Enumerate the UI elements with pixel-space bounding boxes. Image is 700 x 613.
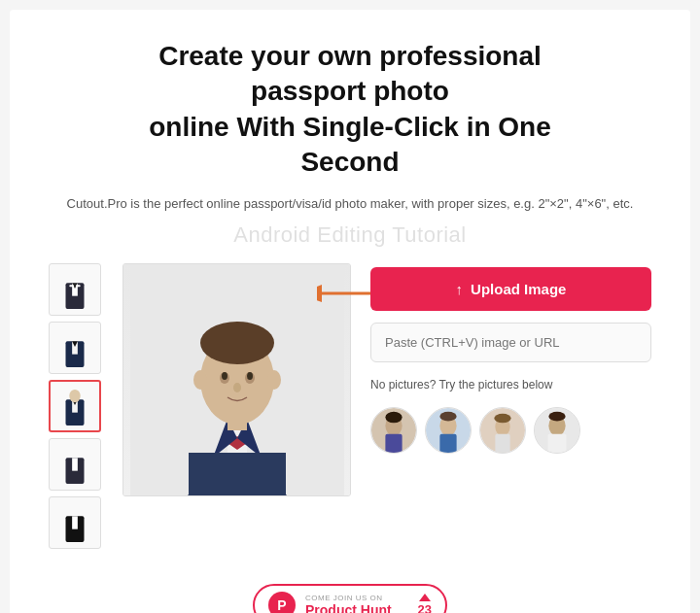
upload-button[interactable]: ↑ Upload Image xyxy=(370,267,651,311)
svg-rect-32 xyxy=(189,453,286,495)
svg-rect-15 xyxy=(72,516,78,528)
product-hunt-icon: P xyxy=(268,592,296,613)
sample-photos xyxy=(370,407,651,454)
upload-label: Upload Image xyxy=(471,281,566,297)
svg-rect-42 xyxy=(439,434,456,453)
watermark-text: Android Editing Tutorial xyxy=(49,222,651,248)
thumbnails-panel xyxy=(49,263,103,549)
controls-panel: ↑ Upload Image No pictures? Try the pict… xyxy=(370,263,651,454)
thumbnail-2[interactable] xyxy=(49,322,101,374)
arrow-indicator xyxy=(317,279,375,312)
thumbnail-1[interactable] xyxy=(49,263,101,316)
svg-point-37 xyxy=(385,412,402,424)
product-hunt-name: Product Hunt xyxy=(305,602,392,613)
svg-point-49 xyxy=(548,412,565,422)
svg-rect-46 xyxy=(495,434,509,453)
thumbnail-5[interactable] xyxy=(49,496,101,549)
upload-icon: ↑ xyxy=(456,281,464,297)
sample-photo-2[interactable] xyxy=(425,407,472,454)
main-section: ↑ Upload Image No pictures? Try the pict… xyxy=(49,263,651,549)
svg-point-28 xyxy=(247,372,253,380)
svg-point-30 xyxy=(193,370,207,390)
product-hunt-text: COME JOIN US ON Product Hunt xyxy=(305,594,392,613)
svg-point-11 xyxy=(69,390,80,402)
svg-point-41 xyxy=(439,412,456,422)
hero-subtitle: Cutout.Pro is the perfect online passpor… xyxy=(49,194,651,214)
thumbnail-3[interactable] xyxy=(49,380,101,432)
page-container: Create your own professional passport ph… xyxy=(10,10,690,613)
svg-rect-38 xyxy=(385,434,402,453)
svg-point-27 xyxy=(222,372,228,380)
svg-rect-3 xyxy=(69,285,74,287)
sample-photo-4[interactable] xyxy=(534,407,580,454)
svg-point-45 xyxy=(494,414,510,424)
no-pictures-label: No pictures? Try the pictures below xyxy=(370,378,651,392)
hero-title: Create your own professional passport ph… xyxy=(49,39,651,181)
paste-input[interactable] xyxy=(370,323,651,362)
product-hunt-count-block: 23 xyxy=(418,594,432,613)
svg-rect-13 xyxy=(72,458,78,470)
product-hunt-badge[interactable]: P COME JOIN US ON Product Hunt 23 xyxy=(253,584,447,613)
svg-point-29 xyxy=(233,383,241,392)
sample-photo-1[interactable] xyxy=(370,407,417,454)
upvote-triangle xyxy=(419,594,431,601)
svg-rect-24 xyxy=(228,417,247,430)
sample-photo-3[interactable] xyxy=(479,407,526,454)
upvote-count: 23 xyxy=(418,602,432,613)
svg-rect-50 xyxy=(547,434,566,453)
svg-point-31 xyxy=(267,370,281,390)
thumbnail-4[interactable] xyxy=(49,438,101,491)
svg-point-23 xyxy=(200,322,274,364)
svg-rect-4 xyxy=(76,285,81,287)
come-join-label: COME JOIN US ON xyxy=(305,594,392,602)
